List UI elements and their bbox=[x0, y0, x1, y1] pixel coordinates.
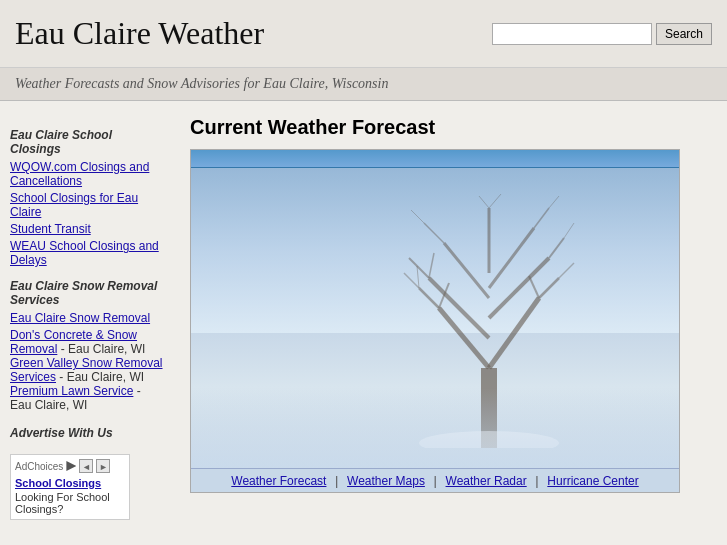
school-closings-title: Eau Claire School Closings bbox=[10, 128, 165, 156]
snow-removal-link-1: Don's Concrete & Snow Removal - Eau Clai… bbox=[10, 328, 145, 356]
sidebar: Eau Claire School Closings WQOW.com Clos… bbox=[0, 111, 175, 525]
sidebar-link-snow-removal[interactable]: Eau Claire Snow Removal bbox=[10, 311, 165, 325]
ad-content: School Closings Looking For School Closi… bbox=[15, 477, 125, 515]
snow-removal-title: Eau Claire Snow Removal Services bbox=[10, 279, 165, 307]
ad-choices-arrow-icon bbox=[66, 461, 76, 471]
hurricane-link[interactable]: Hurricane Center bbox=[547, 474, 638, 488]
svg-line-9 bbox=[539, 278, 559, 298]
forecast-title: Current Weather Forecast bbox=[190, 116, 712, 139]
svg-line-20 bbox=[564, 223, 574, 238]
ad-box: AdChoices ◄ ► School Closings Looking Fo… bbox=[10, 454, 130, 520]
svg-line-19 bbox=[559, 263, 574, 278]
divider-2: | bbox=[434, 473, 437, 488]
main-content: Current Weather Forecast bbox=[175, 111, 727, 525]
ad-nav-next-button[interactable]: ► bbox=[96, 459, 110, 473]
search-form: Search bbox=[492, 23, 712, 45]
svg-line-7 bbox=[419, 288, 439, 308]
svg-line-22 bbox=[549, 196, 559, 208]
ad-bold-text[interactable]: School Closings bbox=[15, 477, 125, 489]
svg-line-1 bbox=[439, 308, 489, 368]
header: Eau Claire Weather Search bbox=[0, 0, 727, 68]
radar-link[interactable]: Weather Radar bbox=[446, 474, 527, 488]
sidebar-link-premium[interactable]: Premium Lawn Service bbox=[10, 384, 133, 398]
divider-1: | bbox=[335, 473, 338, 488]
svg-line-12 bbox=[429, 253, 434, 278]
svg-line-5 bbox=[444, 243, 489, 298]
site-title: Eau Claire Weather bbox=[15, 15, 264, 52]
svg-line-15 bbox=[534, 208, 549, 228]
subtitle-text: Weather Forecasts and Snow Advisories fo… bbox=[15, 76, 712, 92]
svg-line-17 bbox=[404, 273, 419, 288]
main-layout: Eau Claire School Closings WQOW.com Clos… bbox=[0, 101, 727, 535]
sidebar-link-weau[interactable]: WEAU School Closings and Delays bbox=[10, 239, 165, 267]
dons-suffix: - Eau Claire, WI bbox=[57, 342, 145, 356]
ad-choices-bar: AdChoices ◄ ► bbox=[15, 459, 125, 473]
svg-line-13 bbox=[549, 238, 564, 258]
snow-removal-link-3: Premium Lawn Service - Eau Claire, WI bbox=[10, 384, 141, 412]
subtitle-bar: Weather Forecasts and Snow Advisories fo… bbox=[0, 68, 727, 101]
forecast-link[interactable]: Weather Forecast bbox=[231, 474, 326, 488]
sidebar-link-wqow[interactable]: WQOW.com Closings and Cancellations bbox=[10, 160, 165, 188]
svg-line-18 bbox=[417, 266, 419, 288]
advertise-title: Advertise With Us bbox=[10, 426, 165, 440]
ad-choices-label: AdChoices bbox=[15, 461, 63, 472]
search-button[interactable]: Search bbox=[656, 23, 712, 45]
sidebar-link-student-transit[interactable]: Student Transit bbox=[10, 222, 165, 236]
svg-line-24 bbox=[489, 194, 501, 208]
svg-line-23 bbox=[479, 196, 489, 208]
bottom-link-bar: Weather Forecast | Weather Maps | Weathe… bbox=[191, 468, 679, 492]
svg-line-10 bbox=[529, 276, 539, 298]
svg-line-11 bbox=[409, 258, 429, 278]
snow-removal-link-2: Green Valley Snow Removal Services - Eau… bbox=[10, 356, 163, 384]
greenvalley-suffix: - Eau Claire, WI bbox=[56, 370, 144, 384]
divider-3: | bbox=[535, 473, 538, 488]
ad-body-text: Looking For School Closings? bbox=[15, 491, 110, 515]
ad-nav-prev-button[interactable]: ◄ bbox=[79, 459, 93, 473]
weather-image-container: Weather Forecast | Weather Maps | Weathe… bbox=[190, 149, 680, 493]
blue-top-bar bbox=[191, 150, 679, 168]
svg-line-4 bbox=[489, 258, 549, 318]
search-input[interactable] bbox=[492, 23, 652, 45]
maps-link[interactable]: Weather Maps bbox=[347, 474, 425, 488]
sidebar-link-school-closings[interactable]: School Closings for Eau Claire bbox=[10, 191, 165, 219]
weather-scene bbox=[191, 168, 679, 468]
svg-line-21 bbox=[411, 210, 424, 223]
svg-line-14 bbox=[424, 223, 444, 243]
